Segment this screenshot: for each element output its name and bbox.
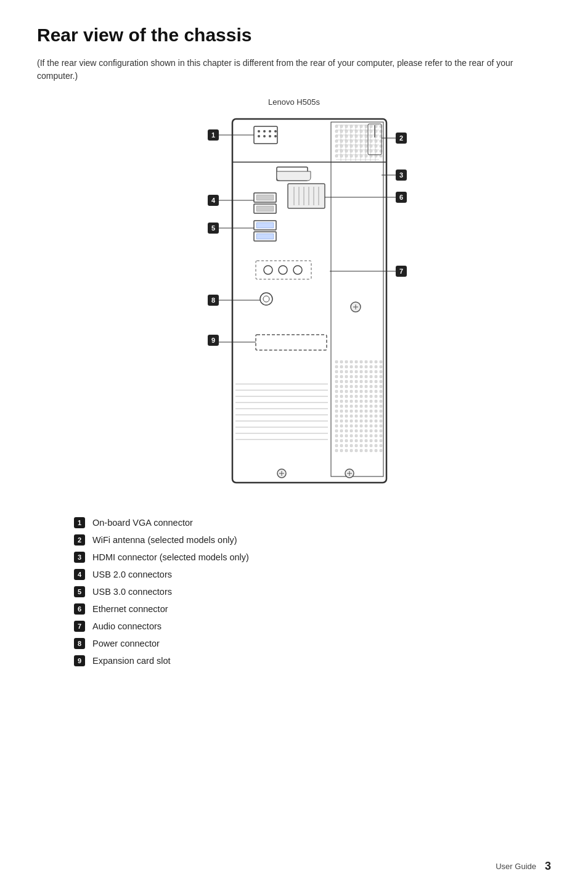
- svg-point-90: [258, 130, 260, 133]
- svg-rect-248: [345, 420, 348, 422]
- footer-label: User Guide: [496, 862, 536, 871]
- svg-rect-156: [335, 375, 338, 378]
- svg-rect-267: [340, 430, 343, 432]
- svg-rect-236: [335, 415, 338, 417]
- svg-rect-278: [345, 435, 348, 437]
- svg-point-97: [274, 135, 277, 137]
- svg-rect-303: [370, 444, 372, 447]
- svg-rect-173: [370, 380, 372, 383]
- badge-6: 6: [74, 603, 85, 615]
- svg-rect-182: [365, 385, 367, 388]
- badge-3: 3: [74, 552, 85, 563]
- svg-text:2: 2: [399, 134, 403, 142]
- legend-item-4: 4 USB 2.0 connectors: [74, 569, 551, 580]
- svg-rect-305: [380, 444, 382, 447]
- svg-rect-64: [360, 145, 362, 147]
- badge-5: 5: [74, 586, 85, 597]
- svg-rect-163: [370, 375, 372, 378]
- svg-rect-31: [345, 130, 348, 133]
- svg-rect-227: [340, 410, 343, 412]
- svg-rect-192: [365, 390, 367, 393]
- svg-rect-132: [365, 361, 367, 363]
- svg-rect-219: [350, 405, 353, 407]
- svg-rect-103: [256, 195, 274, 200]
- legend-label-5: USB 3.0 connectors: [92, 587, 172, 597]
- svg-rect-77: [375, 150, 377, 152]
- svg-rect-196: [335, 395, 338, 398]
- svg-rect-309: [350, 449, 353, 452]
- svg-rect-242: [365, 415, 367, 417]
- svg-rect-145: [380, 366, 382, 368]
- svg-rect-84: [360, 155, 362, 157]
- svg-rect-73: [355, 150, 357, 152]
- svg-rect-82: [350, 155, 353, 157]
- svg-rect-140: [355, 366, 357, 368]
- svg-rect-24: [360, 125, 362, 128]
- svg-rect-172: [365, 380, 367, 383]
- svg-point-112: [293, 266, 302, 274]
- svg-rect-104: [256, 206, 274, 211]
- svg-rect-187: [340, 390, 343, 393]
- svg-rect-228: [345, 410, 348, 412]
- svg-rect-221: [360, 405, 362, 407]
- svg-rect-158: [345, 375, 348, 378]
- diagram-title: Lenovo H505s: [268, 97, 320, 107]
- svg-rect-126: [335, 361, 338, 363]
- svg-rect-201: [360, 395, 362, 398]
- svg-rect-168: [345, 380, 348, 383]
- legend-item-8: 8 Power connector: [74, 638, 551, 649]
- svg-rect-235: [380, 410, 382, 412]
- svg-rect-67: [375, 145, 377, 147]
- svg-rect-251: [360, 420, 362, 422]
- svg-rect-234: [375, 410, 377, 412]
- svg-rect-56: [370, 140, 372, 142]
- svg-rect-311: [360, 449, 362, 452]
- legend-label-4: USB 2.0 connectors: [92, 570, 172, 579]
- svg-rect-277: [340, 435, 343, 437]
- svg-rect-148: [345, 370, 348, 373]
- svg-rect-189: [350, 390, 353, 393]
- legend-label-7: Audio connectors: [92, 621, 161, 631]
- svg-rect-239: [350, 415, 353, 417]
- svg-rect-213: [370, 400, 372, 403]
- svg-rect-164: [375, 375, 377, 378]
- svg-rect-87: [375, 155, 377, 157]
- svg-rect-160: [355, 375, 357, 378]
- svg-rect-268: [345, 430, 348, 432]
- svg-rect-200: [355, 395, 357, 398]
- footer: User Guide 3: [496, 860, 551, 873]
- svg-rect-249: [350, 420, 353, 422]
- svg-rect-245: [380, 415, 382, 417]
- svg-rect-232: [365, 410, 367, 412]
- svg-rect-272: [365, 430, 367, 432]
- svg-rect-165: [380, 375, 382, 378]
- svg-rect-54: [360, 140, 362, 142]
- svg-rect-207: [340, 400, 343, 403]
- svg-rect-255: [380, 420, 382, 422]
- svg-text:5: 5: [211, 224, 215, 232]
- svg-rect-258: [345, 425, 348, 427]
- svg-rect-275: [380, 430, 382, 432]
- svg-rect-285: [380, 435, 382, 437]
- svg-rect-75: [365, 150, 367, 152]
- svg-rect-237: [340, 415, 343, 417]
- svg-rect-59: [335, 145, 338, 147]
- svg-rect-159: [350, 375, 353, 378]
- svg-rect-218: [345, 405, 348, 407]
- svg-rect-205: [380, 395, 382, 398]
- svg-rect-315: [380, 449, 382, 452]
- svg-rect-282: [365, 435, 367, 437]
- svg-rect-79: [335, 155, 338, 157]
- svg-rect-40: [340, 135, 343, 137]
- svg-rect-62: [350, 145, 353, 147]
- svg-rect-313: [370, 449, 372, 452]
- svg-rect-131: [360, 361, 362, 363]
- svg-rect-134: [375, 361, 377, 363]
- svg-point-93: [274, 130, 277, 133]
- svg-rect-137: [340, 366, 343, 368]
- svg-rect-229: [350, 410, 353, 412]
- svg-rect-129: [350, 361, 353, 363]
- svg-rect-261: [360, 425, 362, 427]
- svg-rect-185: [380, 385, 382, 388]
- svg-rect-292: [365, 439, 367, 442]
